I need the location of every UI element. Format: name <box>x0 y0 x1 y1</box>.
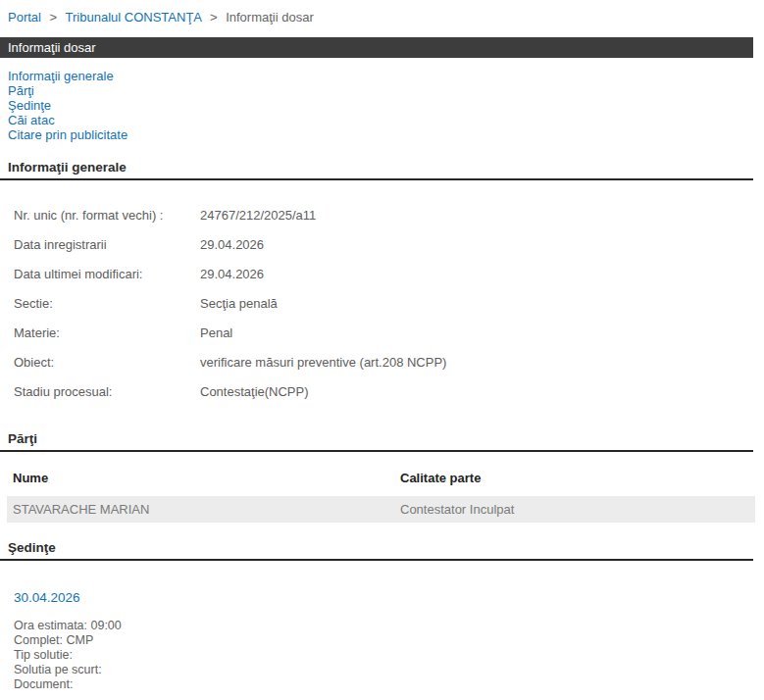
column-header-calitate-parte: Calitate parte <box>400 471 481 486</box>
page-title: Informaţii dosar <box>8 40 96 55</box>
section-heading-sedinte: Şedinţe <box>0 540 753 561</box>
field-row: Stadiu procesual: Contestaţie(NCPP) <box>14 384 764 414</box>
field-row: Nr. unic (nr. format vechi) : 24767/212/… <box>14 208 764 237</box>
hearing-date-link[interactable]: 30.04.2026 <box>14 590 80 605</box>
parties-table: Nume Calitate parte STAVARACHE MARIAN Co… <box>0 452 764 523</box>
field-label-sectie: Sectie: <box>14 296 200 325</box>
nav-link-parti[interactable]: Părţi <box>8 83 764 98</box>
hearing-detail-tip-solutie: Tip solutie: <box>14 648 764 663</box>
column-header-nume: Nume <box>13 471 400 486</box>
breadcrumb-separator: > <box>210 10 218 25</box>
field-label-materie: Materie: <box>14 325 200 355</box>
field-value-materie: Penal <box>200 325 232 355</box>
breadcrumb-link-portal[interactable]: Portal <box>8 10 41 25</box>
field-label-data-modificarii: Data ultimei modificari: <box>14 267 200 296</box>
parties-table-header: Nume Calitate parte <box>0 471 764 486</box>
hearing-detail-ora-estimata: Ora estimata: 09:00 <box>14 619 764 633</box>
breadcrumb-current: Informaţii dosar <box>226 10 314 25</box>
hearing-item: 30.04.2026 Ora estimata: 09:00 Complet: … <box>0 561 764 692</box>
field-value-obiect: verificare măsuri preventive (art.208 NC… <box>200 355 446 384</box>
field-row: Data inregistrarii 29.04.2026 <box>14 237 764 267</box>
hearing-detail-complet: Complet: CMP <box>14 633 764 648</box>
field-value-data-inregistrarii: 29.04.2026 <box>200 237 264 267</box>
field-label-data-inregistrarii: Data inregistrarii <box>14 237 200 267</box>
field-row: Obiect: verificare măsuri preventive (ar… <box>14 355 764 384</box>
breadcrumb-link-court[interactable]: Tribunalul CONSTANŢA <box>66 10 202 25</box>
field-label-stadiu-procesual: Stadiu procesual: <box>14 384 200 414</box>
field-label-nr-unic: Nr. unic (nr. format vechi) : <box>14 208 200 237</box>
hearing-detail-document: Document: <box>14 677 764 692</box>
field-value-stadiu-procesual: Contestaţie(NCPP) <box>200 384 309 414</box>
breadcrumb-separator: > <box>50 10 58 25</box>
field-value-data-modificarii: 29.04.2026 <box>200 267 264 296</box>
general-info-fields: Nr. unic (nr. format vechi) : 24767/212/… <box>0 180 764 414</box>
field-value-nr-unic: 24767/212/2025/a11 <box>200 208 316 237</box>
nav-link-citare-prin-publicitate[interactable]: Citare prin publicitate <box>8 127 764 142</box>
field-label-obiect: Obiect: <box>14 355 200 384</box>
section-heading-parti: Părţi <box>0 431 753 452</box>
breadcrumb: Portal > Tribunalul CONSTANŢA > Informaţ… <box>0 0 764 25</box>
party-role: Contestator Inculpat <box>400 496 514 523</box>
case-details-page: Portal > Tribunalul CONSTANŢA > Informaţ… <box>0 0 764 692</box>
field-row: Sectie: Secţia penală <box>14 296 764 325</box>
party-name: STAVARACHE MARIAN <box>13 496 400 523</box>
field-row: Materie: Penal <box>14 325 764 355</box>
nav-link-cai-atac[interactable]: Căi atac <box>8 113 764 127</box>
hearing-detail-solutia-pe-scurt: Solutia pe scurt: <box>14 663 764 677</box>
section-nav: Informaţii generale Părţi Şedinţe Căi at… <box>0 58 764 142</box>
field-value-sectie: Secţia penală <box>200 296 278 325</box>
section-heading-informatii-generale: Informaţii generale <box>0 160 753 180</box>
nav-link-informatii-generale[interactable]: Informaţii generale <box>8 69 764 83</box>
field-row: Data ultimei modificari: 29.04.2026 <box>14 267 764 296</box>
nav-link-sedinte[interactable]: Şedinţe <box>8 98 764 113</box>
table-row: STAVARACHE MARIAN Contestator Inculpat <box>7 496 755 523</box>
page-title-bar: Informaţii dosar <box>0 37 753 58</box>
hearing-details: Ora estimata: 09:00 Complet: CMP Tip sol… <box>14 619 764 692</box>
